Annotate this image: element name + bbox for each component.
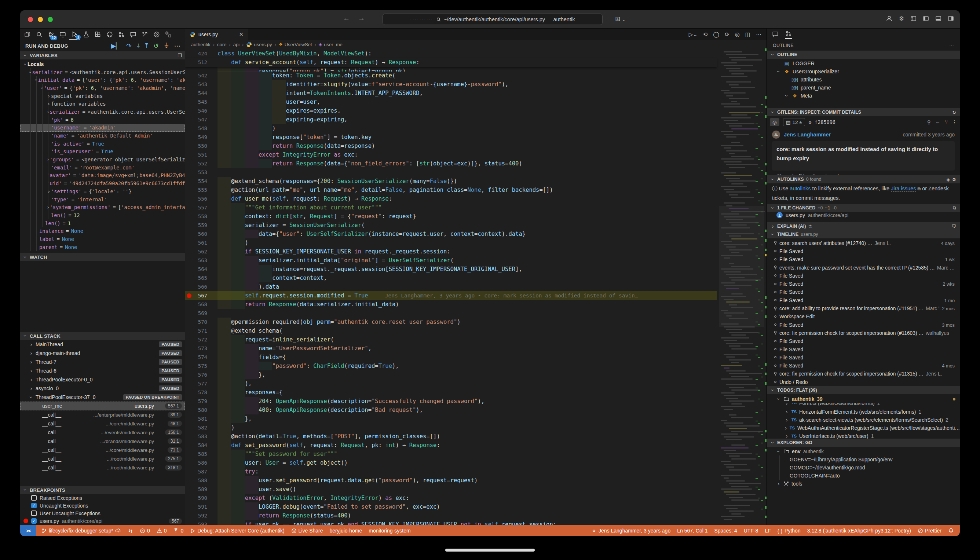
commit-details-tab[interactable]: ◎ bbox=[770, 118, 779, 126]
line-number[interactable]: 586 bbox=[185, 458, 207, 467]
line-number[interactable]: 590 bbox=[185, 493, 207, 502]
timeline-item[interactable]: Workspace Edit bbox=[767, 313, 960, 321]
line-number[interactable]: 587 bbox=[185, 467, 207, 476]
debug-continue-icon[interactable]: ▶▏ bbox=[111, 42, 121, 50]
timeline-item[interactable]: core: fix permission check for scoped im… bbox=[767, 329, 960, 337]
line-number[interactable]: 547 bbox=[185, 115, 207, 124]
line-number[interactable]: 585 bbox=[185, 450, 207, 458]
author-name[interactable]: Jens Langhammer bbox=[784, 132, 831, 138]
gitlens-inspect-tab-icon[interactable] bbox=[785, 30, 792, 39]
debug-step-out-icon[interactable]: ⤒ bbox=[145, 42, 148, 50]
breakpoint-row[interactable]: User Uncaught Exceptions bbox=[20, 509, 185, 517]
commit-files-badge[interactable]: ▤ 12 ± bbox=[783, 118, 805, 126]
variable-row[interactable]: 'avatar'='data:image/svg+xml;base64,PHN2… bbox=[20, 172, 185, 180]
debug-step-over-icon[interactable]: ↷ bbox=[126, 42, 131, 50]
panel-left-icon[interactable] bbox=[923, 15, 929, 22]
pin-icon[interactable]: ⚲ bbox=[927, 119, 931, 125]
timeline-item[interactable]: File Saved bbox=[767, 345, 960, 353]
step-back-icon[interactable]: ⟲ bbox=[703, 31, 708, 38]
line-number[interactable]: 552 bbox=[185, 159, 207, 168]
line-number[interactable]: 572 bbox=[185, 335, 207, 344]
line-number[interactable]: 570 bbox=[185, 318, 207, 327]
line-number[interactable]: 512 bbox=[185, 58, 207, 67]
line-number[interactable]: 565 bbox=[185, 273, 207, 282]
line-number[interactable]: 568 bbox=[185, 300, 207, 309]
comment-icon[interactable]: 🗨 bbox=[952, 224, 957, 229]
timeline-item[interactable]: File Saved bbox=[767, 247, 960, 255]
todos-root-row[interactable]: ›authentik39 bbox=[767, 395, 960, 403]
step-forward-icon[interactable]: ⟳ bbox=[725, 31, 730, 38]
line-number[interactable]: 556 bbox=[185, 194, 207, 203]
todo-item[interactable]: ›TSWebAuthnAuthenticatorRegisterStage.ts… bbox=[767, 424, 960, 432]
autolink-add-icon[interactable]: ◈ bbox=[946, 177, 950, 182]
outline-item-logger[interactable]: ▤LOGGER bbox=[767, 59, 960, 67]
outline-item-parent_name[interactable]: [@]parent_name bbox=[767, 83, 960, 92]
line-number[interactable]: 564 bbox=[185, 265, 207, 273]
variable-row[interactable]: 'name'='authentik Default Admin' bbox=[20, 132, 185, 140]
line-number[interactable]: 584 bbox=[185, 441, 207, 450]
variable-row[interactable]: 'pk'=6 bbox=[20, 116, 185, 124]
todo-item[interactable]: ›TSHorizontalFormElement.ts (web/src/ele… bbox=[767, 408, 960, 416]
line-number[interactable]: 580 bbox=[185, 406, 207, 414]
code-editor[interactable]: 424class UserViewSet(UsedByMixin, ModelV… bbox=[185, 48, 767, 525]
line-number[interactable]: 545 bbox=[185, 98, 207, 107]
status-item-3128[interactable]: 3.12.8 ('authentik-xEAhpGPh-py3.12': Poe… bbox=[807, 528, 911, 533]
comments-tab-icon[interactable] bbox=[772, 31, 778, 38]
variable-row[interactable]: ›'system_permissions'=['access_admin_int… bbox=[20, 203, 185, 211]
refresh-icon[interactable]: ↻ bbox=[952, 110, 956, 115]
variable-row[interactable]: ›'settings'={'locale': ''} bbox=[20, 187, 185, 195]
timeline-item[interactable]: core: fix permission check for scoped im… bbox=[767, 370, 960, 378]
line-number[interactable]: 591 bbox=[185, 502, 207, 511]
variable-row[interactable]: 'is_superuser'=True bbox=[20, 148, 185, 156]
gear-icon[interactable]: ⚙ bbox=[899, 15, 904, 22]
line-number[interactable]: 554 bbox=[185, 177, 207, 185]
status-item-compare-changes[interactable] bbox=[128, 528, 133, 533]
activity-item-github[interactable] bbox=[105, 29, 115, 40]
timeline-item[interactable]: Undo / Redo bbox=[767, 378, 960, 386]
status-item-beryjuiohome[interactable]: beryjuio-home bbox=[330, 528, 362, 533]
checkbox-checked[interactable]: ✓ bbox=[31, 503, 37, 508]
variable-row[interactable]: len()=1 bbox=[20, 219, 185, 227]
panel-bottom-icon[interactable] bbox=[935, 15, 942, 22]
line-number[interactable]: 579 bbox=[185, 397, 207, 406]
call-stack-frame[interactable]: __call__.../enterprise/middleware.py39:1 bbox=[20, 410, 185, 419]
zoom-window-button[interactable] bbox=[48, 17, 53, 22]
variable-row[interactable]: 'uid'='49d24724dfa590a20fb5961e9c6673cd1… bbox=[20, 179, 185, 187]
breadcrumb-item-user_me[interactable]: ◈user_me bbox=[319, 42, 343, 47]
line-number[interactable]: 560 bbox=[185, 230, 207, 238]
kebab-menu-icon[interactable]: ⋮ bbox=[952, 119, 957, 125]
timeline-item[interactable]: File Saved4 mos bbox=[767, 362, 960, 370]
todo-item-partial[interactable]: ›TSForm.ts (web/src/elements/forms)1 bbox=[767, 403, 960, 407]
todo-item[interactable]: ›TSak-search-select-view.ts (web/src/ele… bbox=[767, 416, 960, 424]
variable-row[interactable]: 'is_active'=True bbox=[20, 140, 185, 148]
activity-item-explorer[interactable] bbox=[22, 29, 33, 40]
status-item-0[interactable]: 0 bbox=[173, 528, 183, 533]
close-icon[interactable]: ✕ bbox=[239, 31, 243, 38]
explain-ai-section-header[interactable]: › EXPLAIN (AI) ⚗ 🗨 bbox=[767, 222, 960, 230]
tab-users-py[interactable]: users.py ✕ bbox=[185, 28, 248, 40]
variable-row[interactable]: ›'groups'=<generator object UserSelfSeri… bbox=[20, 155, 185, 163]
timeline-item[interactable]: File Saved bbox=[767, 288, 960, 296]
variable-row[interactable]: 'email'='root@example.com' bbox=[20, 163, 185, 172]
remote-indicator[interactable]: >< bbox=[20, 525, 36, 536]
line-number[interactable]: 549 bbox=[185, 133, 207, 142]
outline-item-attributes[interactable]: [@]attributes bbox=[767, 75, 960, 83]
variable-row[interactable]: ›special variables bbox=[20, 92, 185, 100]
more-icon[interactable]: ⋯ bbox=[756, 31, 762, 38]
line-number[interactable]: 592 bbox=[185, 511, 207, 520]
activity-item-outline-symbols[interactable] bbox=[163, 29, 173, 40]
account-icon[interactable] bbox=[886, 15, 893, 22]
line-number[interactable]: 582 bbox=[185, 423, 207, 432]
files-changed-section-header[interactable]: › 1 FILE CHANGED +0 ~1 -0 ⧉ bbox=[767, 204, 960, 212]
layout-icon[interactable] bbox=[910, 15, 917, 22]
line-number[interactable]: 574 bbox=[185, 353, 207, 362]
line-number[interactable]: 573 bbox=[185, 344, 207, 353]
line-number[interactable]: 557 bbox=[185, 203, 207, 212]
status-item-prettier[interactable]: Prettier bbox=[918, 528, 942, 533]
go-env-var[interactable]: GOENV=~/Library/Application Support/go/e… bbox=[767, 455, 960, 463]
call-stack-thread[interactable]: ›ThreadPoolExecutor-37_0PAUSED ON BREAKP… bbox=[20, 393, 185, 402]
line-number[interactable]: 566 bbox=[185, 282, 207, 291]
breakpoint-row[interactable]: ✓Uncaught Exceptions bbox=[20, 502, 185, 509]
outline-item-usergroupserializer[interactable]: ›❖UserGroupSerializer bbox=[767, 67, 960, 75]
timeline-item[interactable]: File Saved3 mos bbox=[767, 321, 960, 329]
